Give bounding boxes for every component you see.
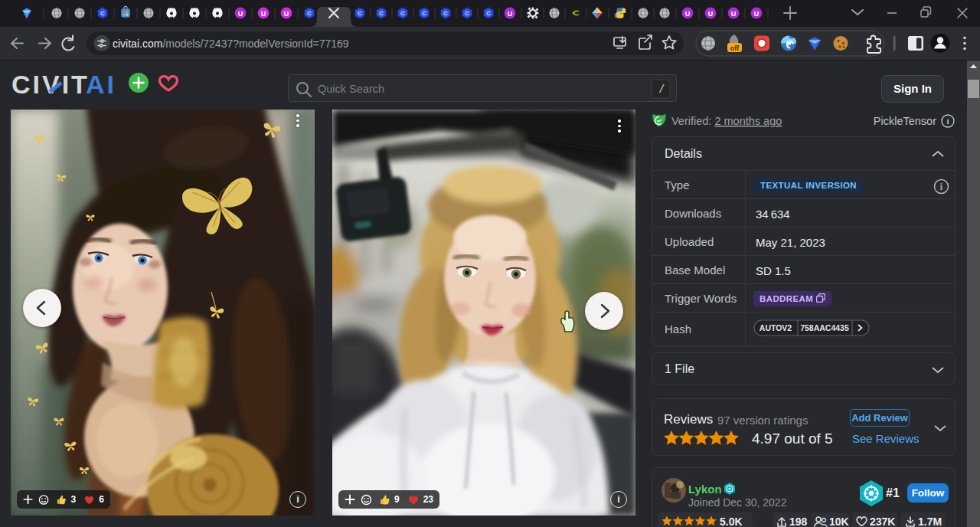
svg-text:off: off (730, 44, 740, 52)
svg-text:Quick Search: Quick Search (318, 83, 384, 95)
svg-text:AUTOV2: AUTOV2 (760, 323, 792, 332)
svg-text:civitai.com: civitai.com (113, 38, 162, 50)
svg-text:/models/72437?modelVersionId=7: /models/72437?modelVersionId=77169 (162, 38, 348, 50)
svg-text:Verified: 2 months ago: Verified: 2 months ago (671, 115, 782, 127)
svg-text:i: i (940, 182, 943, 192)
svg-text:i: i (946, 116, 949, 126)
svg-text:CIVIT: CIVIT (11, 70, 90, 99)
svg-text:/: / (658, 83, 665, 96)
svg-text:PickleTensor: PickleTensor (874, 115, 936, 127)
svg-text:758AAC4435: 758AAC4435 (800, 323, 849, 332)
svg-text:AI: AI (86, 70, 116, 99)
